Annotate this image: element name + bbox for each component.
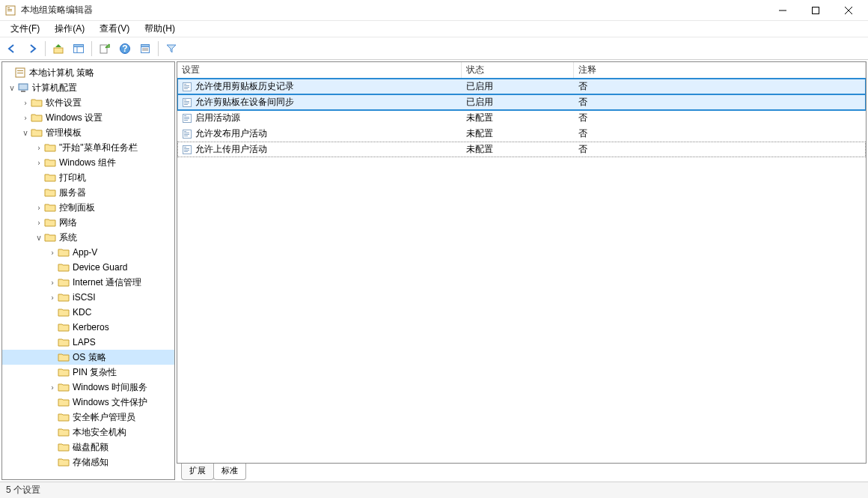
tree-label: App-V bbox=[73, 247, 97, 258]
tree-root[interactable]: 本地计算机 策略 bbox=[2, 65, 174, 80]
tree-item-kdc[interactable]: KDC bbox=[2, 305, 174, 320]
cell-status: 已启用 bbox=[462, 80, 574, 93]
app-icon bbox=[4, 4, 16, 16]
tree-item-storage-sense[interactable]: 存储感知 bbox=[2, 455, 174, 470]
expand-icon[interactable]: › bbox=[34, 159, 44, 167]
folder-icon bbox=[58, 307, 70, 318]
tree-panel[interactable]: 本地计算机 策略 v 计算机配置 › 软件设置 › Windows 设置 v 管… bbox=[1, 61, 175, 480]
svg-rect-40 bbox=[184, 131, 186, 132]
expand-icon[interactable]: › bbox=[20, 114, 31, 122]
menu-help[interactable]: 帮助(H) bbox=[137, 21, 183, 37]
list-row[interactable]: 允许发布用户活动未配置否 bbox=[177, 126, 866, 142]
tree-item-windows-settings[interactable]: › Windows 设置 bbox=[2, 110, 174, 125]
expand-icon[interactable]: › bbox=[47, 249, 58, 257]
export-button[interactable] bbox=[96, 40, 114, 58]
list-row[interactable]: 允许上传用户活动未配置否 bbox=[177, 142, 866, 157]
tree-item-device-guard[interactable]: Device Guard bbox=[2, 260, 174, 275]
expand-icon[interactable]: › bbox=[47, 294, 58, 302]
maximize-button[interactable] bbox=[799, 0, 832, 21]
statusbar: 5 个设置 bbox=[0, 482, 868, 498]
properties-button[interactable] bbox=[136, 40, 154, 58]
expand-icon[interactable]: › bbox=[34, 204, 44, 212]
expand-icon[interactable]: › bbox=[47, 279, 58, 287]
tree-item-appv[interactable]: › App-V bbox=[2, 245, 174, 260]
svg-rect-25 bbox=[184, 84, 186, 85]
close-button[interactable] bbox=[832, 0, 865, 21]
tree-label: 网络 bbox=[59, 216, 77, 229]
menu-file[interactable]: 文件(F) bbox=[3, 21, 47, 37]
toolbar: ? bbox=[0, 37, 868, 60]
setting-text: 启用活动源 bbox=[195, 112, 240, 124]
column-header-status[interactable]: 状态 bbox=[462, 62, 574, 78]
svg-rect-3 bbox=[7, 10, 12, 11]
setting-text: 允许上传用户活动 bbox=[195, 143, 267, 156]
cell-setting: 允许上传用户活动 bbox=[177, 143, 462, 156]
tree-label: 本地计算机 策略 bbox=[29, 67, 94, 79]
policy-icon bbox=[182, 129, 192, 139]
help-button[interactable]: ? bbox=[116, 40, 134, 58]
back-button[interactable] bbox=[3, 40, 21, 58]
tree-item-windows-time[interactable]: › Windows 时间服务 bbox=[2, 380, 174, 395]
tree-item-printers[interactable]: 打印机 bbox=[2, 170, 174, 185]
tree-item-kerberos[interactable]: Kerberos bbox=[2, 320, 174, 335]
svg-rect-26 bbox=[184, 85, 189, 86]
expand-icon[interactable]: › bbox=[34, 144, 44, 152]
folder-icon bbox=[58, 337, 70, 347]
tree-item-computer-config[interactable]: v 计算机配置 bbox=[2, 80, 174, 95]
cell-setting: 启用活动源 bbox=[177, 112, 462, 124]
folder-icon bbox=[44, 202, 56, 213]
collapse-icon[interactable]: v bbox=[7, 84, 17, 92]
minimize-button[interactable] bbox=[766, 0, 799, 21]
list-row[interactable]: 允许剪贴板在设备间同步已启用否 bbox=[177, 94, 866, 110]
tree-item-iscsi[interactable]: › iSCSI bbox=[2, 290, 174, 305]
filter-button[interactable] bbox=[162, 40, 180, 58]
tree-item-admin-templates[interactable]: v 管理模板 bbox=[2, 125, 174, 140]
column-header-setting[interactable]: 设置 bbox=[177, 62, 462, 78]
show-hide-tree-button[interactable] bbox=[70, 40, 88, 58]
tree-item-disk-quota[interactable]: 磁盘配额 bbox=[2, 440, 174, 455]
folder-icon bbox=[58, 352, 70, 362]
expand-icon[interactable]: › bbox=[20, 99, 31, 107]
tree-label: Internet 通信管理 bbox=[73, 276, 141, 289]
tab-standard[interactable]: 标准 bbox=[213, 464, 246, 480]
list-area[interactable]: 设置 状态 注释 允许使用剪贴板历史记录已启用否允许剪贴板在设备间同步已启用否启… bbox=[177, 61, 867, 464]
tree-item-local-security-auth[interactable]: 本地安全机构 bbox=[2, 425, 174, 440]
tree-item-pin-complexity[interactable]: PIN 复杂性 bbox=[2, 365, 174, 380]
folder-icon bbox=[58, 442, 70, 452]
tree-item-internet-comm[interactable]: › Internet 通信管理 bbox=[2, 275, 174, 290]
tree-item-system[interactable]: v 系统 bbox=[2, 230, 174, 245]
expand-icon[interactable]: › bbox=[34, 219, 44, 227]
tree-item-windows-components[interactable]: › Windows 组件 bbox=[2, 155, 174, 170]
folder-icon bbox=[58, 277, 70, 288]
tree-item-os-policy[interactable]: OS 策略 bbox=[2, 350, 174, 365]
folder-icon bbox=[31, 127, 43, 138]
tree-item-software-settings[interactable]: › 软件设置 bbox=[2, 95, 174, 110]
tree-item-start-taskbar[interactable]: › "开始"菜单和任务栏 bbox=[2, 140, 174, 155]
tree-item-security-account-mgr[interactable]: 安全帐户管理员 bbox=[2, 410, 174, 425]
folder-icon bbox=[31, 112, 43, 123]
tree-item-laps[interactable]: LAPS bbox=[2, 335, 174, 350]
column-header-comment[interactable]: 注释 bbox=[574, 62, 866, 78]
tree-item-network[interactable]: › 网络 bbox=[2, 215, 174, 230]
tree-item-control-panel[interactable]: › 控制面板 bbox=[2, 200, 174, 215]
cell-comment: 否 bbox=[574, 96, 866, 109]
up-button[interactable] bbox=[49, 40, 67, 58]
tab-extended[interactable]: 扩展 bbox=[181, 464, 214, 480]
tree-item-server[interactable]: 服务器 bbox=[2, 185, 174, 200]
list-row[interactable]: 启用活动源未配置否 bbox=[177, 110, 866, 126]
svg-rect-47 bbox=[184, 150, 189, 151]
tree-item-windows-file-protect[interactable]: Windows 文件保护 bbox=[2, 395, 174, 410]
collapse-icon[interactable]: v bbox=[20, 129, 31, 137]
list-row[interactable]: 允许使用剪贴板历史记录已启用否 bbox=[177, 79, 866, 94]
tree-label: Windows 时间服务 bbox=[73, 381, 147, 394]
menu-view[interactable]: 查看(V) bbox=[92, 21, 137, 37]
collapse-icon[interactable]: v bbox=[34, 234, 44, 242]
forward-button[interactable] bbox=[23, 40, 41, 58]
menu-action[interactable]: 操作(A) bbox=[47, 21, 92, 37]
setting-text: 允许使用剪贴板历史记录 bbox=[195, 80, 294, 93]
expand-icon[interactable]: › bbox=[47, 383, 58, 392]
tree-label: "开始"菜单和任务栏 bbox=[59, 142, 138, 154]
tree-label: Kerberos bbox=[73, 322, 109, 332]
tree-label: 系统 bbox=[59, 231, 77, 244]
cell-status: 未配置 bbox=[462, 127, 574, 140]
